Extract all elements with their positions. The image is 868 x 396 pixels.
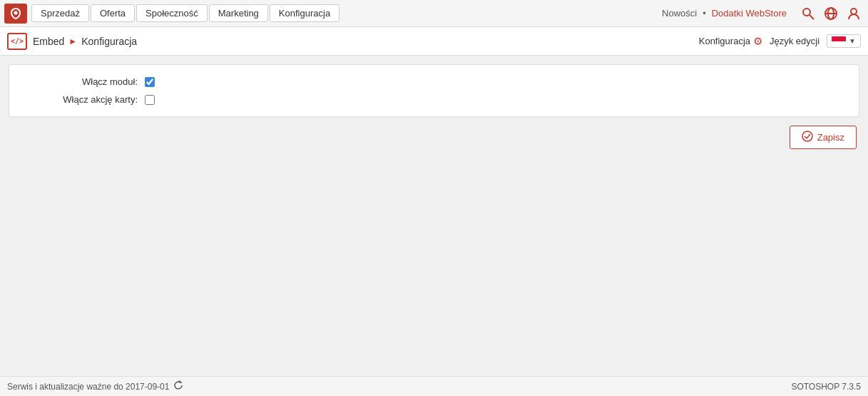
nav-marketing[interactable]: Marketing (209, 4, 268, 22)
nav-icon-group (798, 4, 864, 24)
lang-label: Język edycji (770, 36, 820, 46)
footer-version: SOTOSHOP 7.3.5 (791, 382, 861, 392)
enable-module-checkbox[interactable] (145, 77, 155, 87)
config-link[interactable]: Konfiguracja ⚙ (699, 35, 762, 48)
chevron-down-icon: ▼ (849, 37, 856, 45)
enable-card-action-checkbox[interactable] (145, 95, 155, 105)
app-logo[interactable] (4, 4, 27, 24)
nav-oferta[interactable]: Oferta (91, 4, 135, 22)
svg-point-1 (803, 9, 810, 16)
enable-card-action-control (145, 95, 155, 105)
breadcrumb-right: Konfiguracja ⚙ Język edycji ▼ (699, 34, 861, 48)
nav-sprzedaz[interactable]: Sprzedaż (31, 4, 89, 22)
config-label: Konfiguracja (699, 36, 750, 46)
action-bar: Zapisz (9, 126, 859, 149)
breadcrumb-page: Embed (33, 36, 64, 47)
language-selector[interactable]: ▼ (827, 34, 861, 48)
separator-dot: • (703, 8, 706, 19)
globe-icon[interactable] (821, 4, 841, 24)
enable-module-control (145, 77, 155, 87)
nav-right: Nowości • Dodatki WebStore (662, 4, 864, 24)
settings-card: Włącz moduł: Włącz akcję karty: (9, 64, 859, 117)
breadcrumb-section: Konfiguracja (81, 36, 137, 47)
refresh-icon[interactable] (173, 380, 183, 392)
enable-module-label: Włącz moduł: (24, 76, 138, 87)
enable-module-row: Włącz moduł: (24, 76, 844, 87)
search-icon[interactable] (798, 4, 818, 24)
nav-spolecznosc[interactable]: Społeczność (136, 4, 208, 22)
enable-card-action-label: Włącz akcję karty: (24, 94, 138, 105)
svg-point-0 (14, 11, 18, 14)
save-icon (802, 131, 813, 144)
breadcrumb-arrow: ► (68, 36, 77, 46)
dodatki-link[interactable]: Dodatki WebStore (712, 8, 787, 19)
top-navigation: Sprzedaż Oferta Społeczność Marketing Ko… (0, 0, 868, 27)
enable-card-action-row: Włącz akcję karty: (24, 94, 844, 105)
footer-service-text: Serwis i aktualizacje ważne do 2017-09-0… (7, 382, 169, 392)
breadcrumb-bar: </> Embed ► Konfiguracja Konfiguracja ⚙ … (0, 27, 868, 56)
breadcrumb: Embed ► Konfiguracja (33, 36, 137, 47)
user-icon[interactable] (844, 4, 864, 24)
svg-line-2 (810, 15, 814, 19)
nowosci-label: Nowości (662, 8, 697, 19)
footer: Serwis i aktualizacje ważne do 2017-09-0… (0, 376, 868, 396)
flag-icon (832, 36, 846, 46)
embed-icon: </> (7, 33, 27, 50)
save-label: Zapisz (817, 132, 844, 143)
save-button[interactable]: Zapisz (790, 126, 857, 149)
svg-point-6 (851, 9, 857, 14)
main-content: Włącz moduł: Włącz akcję karty: Zapisz (0, 56, 868, 376)
svg-point-7 (802, 131, 812, 141)
gear-icon: ⚙ (753, 35, 762, 48)
nav-buttons: Sprzedaż Oferta Społeczność Marketing Ko… (31, 4, 662, 22)
nav-konfiguracja[interactable]: Konfiguracja (270, 4, 339, 22)
